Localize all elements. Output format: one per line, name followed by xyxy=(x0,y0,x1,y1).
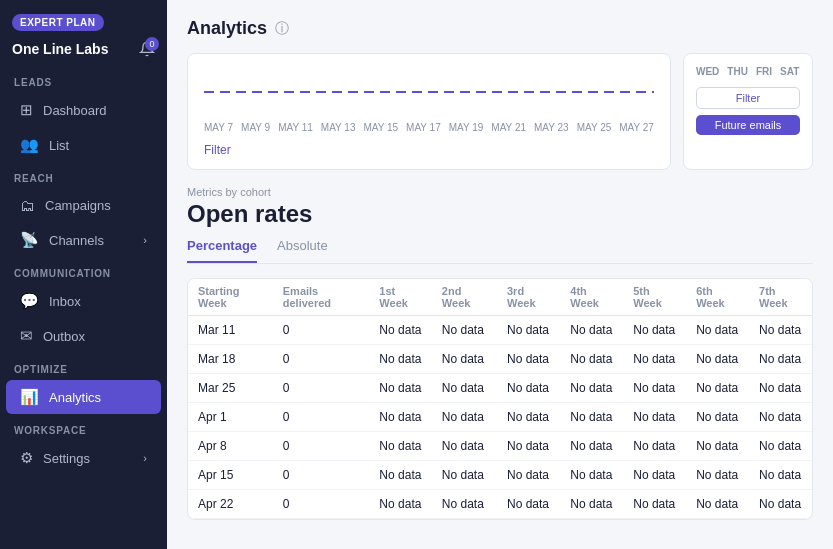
cell-week: Mar 11 xyxy=(188,316,273,345)
sidebar-item-campaigns[interactable]: 🗂 Campaigns xyxy=(6,189,161,222)
cell-delivered: 0 xyxy=(273,374,370,403)
sidebar-item-label: List xyxy=(49,138,69,153)
sidebar-item-analytics[interactable]: 📊 Analytics xyxy=(6,380,161,414)
dashboard-icon: ⊞ xyxy=(20,101,33,119)
cell-no-data: No data xyxy=(560,432,623,461)
open-rates-title: Open rates xyxy=(187,200,813,228)
cell-no-data: No data xyxy=(686,432,749,461)
top-content-area: MAY 7 MAY 9 MAY 11 MAY 13 MAY 15 MAY 17 … xyxy=(187,53,813,170)
sidebar-item-inbox[interactable]: 💬 Inbox xyxy=(6,284,161,318)
cell-no-data: No data xyxy=(623,461,686,490)
cell-week: Apr 15 xyxy=(188,461,273,490)
cell-no-data: No data xyxy=(749,374,812,403)
day-label: SAT xyxy=(780,66,799,77)
chart-date: MAY 9 xyxy=(241,122,270,133)
inbox-icon: 💬 xyxy=(20,292,39,310)
cell-no-data: No data xyxy=(497,316,560,345)
col-7th-week: 7th Week xyxy=(749,279,812,316)
page-title-row: Analytics ⓘ xyxy=(187,18,813,39)
cell-week: Mar 25 xyxy=(188,374,273,403)
chart-date: MAY 25 xyxy=(577,122,612,133)
cell-no-data: No data xyxy=(369,432,431,461)
right-panel-buttons: Filter Future emails xyxy=(696,87,800,135)
cell-no-data: No data xyxy=(497,403,560,432)
cell-no-data: No data xyxy=(369,316,431,345)
cell-no-data: No data xyxy=(497,461,560,490)
day-label: FRI xyxy=(756,66,772,77)
campaigns-icon: 🗂 xyxy=(20,197,35,214)
sidebar-item-settings[interactable]: ⚙ Settings › xyxy=(6,441,161,475)
section-label-reach: REACH xyxy=(0,163,167,188)
notification-bell[interactable]: 0 xyxy=(139,41,155,57)
table-row: Mar 110No dataNo dataNo dataNo dataNo da… xyxy=(188,316,812,345)
sidebar-item-label: Inbox xyxy=(49,294,81,309)
cell-no-data: No data xyxy=(623,374,686,403)
chart-line-area xyxy=(204,72,654,112)
expert-plan-badge: EXPERT PLAN xyxy=(12,14,104,31)
cell-no-data: No data xyxy=(623,403,686,432)
chart-dashed-line xyxy=(204,91,654,93)
col-4th-week: 4th Week xyxy=(560,279,623,316)
cell-week: Apr 8 xyxy=(188,432,273,461)
sidebar-item-label: Campaigns xyxy=(45,198,111,213)
col-2nd-week: 2nd Week xyxy=(432,279,497,316)
outbox-icon: ✉ xyxy=(20,327,33,345)
cell-no-data: No data xyxy=(749,316,812,345)
cell-no-data: No data xyxy=(623,316,686,345)
section-label-leads: LEADS xyxy=(0,67,167,92)
section-label-optimize: OPTIMIZE xyxy=(0,354,167,379)
list-icon: 👥 xyxy=(20,136,39,154)
cell-no-data: No data xyxy=(749,432,812,461)
cell-no-data: No data xyxy=(749,461,812,490)
metrics-by-cohort-label: Metrics by cohort xyxy=(187,186,813,198)
day-label: THU xyxy=(727,66,748,77)
future-emails-button[interactable]: Future emails xyxy=(696,115,800,135)
chart-date: MAY 15 xyxy=(363,122,398,133)
tab-percentage[interactable]: Percentage xyxy=(187,238,257,263)
cell-week: Apr 1 xyxy=(188,403,273,432)
info-icon[interactable]: ⓘ xyxy=(275,20,289,38)
cell-no-data: No data xyxy=(432,432,497,461)
metrics-section: Metrics by cohort Open rates Percentage … xyxy=(187,186,813,520)
cell-week: Mar 18 xyxy=(188,345,273,374)
main-content: Analytics ⓘ MAY 7 MAY 9 MAY 11 MAY 13 MA… xyxy=(167,0,833,549)
right-panel-filter-button[interactable]: Filter xyxy=(696,87,800,109)
cell-no-data: No data xyxy=(623,432,686,461)
chart-date: MAY 7 xyxy=(204,122,233,133)
cell-no-data: No data xyxy=(432,374,497,403)
cell-week: Apr 22 xyxy=(188,490,273,519)
table-row: Mar 180No dataNo dataNo dataNo dataNo da… xyxy=(188,345,812,374)
col-1st-week: 1st Week xyxy=(369,279,431,316)
sidebar-section-optimize: OPTIMIZE 📊 Analytics xyxy=(0,354,167,415)
cell-no-data: No data xyxy=(432,316,497,345)
chart-main: MAY 7 MAY 9 MAY 11 MAY 13 MAY 15 MAY 17 … xyxy=(187,53,671,170)
cell-no-data: No data xyxy=(369,374,431,403)
chart-date: MAY 13 xyxy=(321,122,356,133)
sidebar-item-label: Channels xyxy=(49,233,104,248)
chart-date: MAY 17 xyxy=(406,122,441,133)
col-starting-week: Starting Week xyxy=(188,279,273,316)
sidebar-item-channels[interactable]: 📡 Channels › xyxy=(6,223,161,257)
cell-no-data: No data xyxy=(497,432,560,461)
cell-no-data: No data xyxy=(749,403,812,432)
sidebar-item-list[interactable]: 👥 List xyxy=(6,128,161,162)
chart-filter-button[interactable]: Filter xyxy=(204,143,654,157)
settings-icon: ⚙ xyxy=(20,449,33,467)
cell-no-data: No data xyxy=(369,403,431,432)
cell-no-data: No data xyxy=(749,345,812,374)
sidebar-item-dashboard[interactable]: ⊞ Dashboard xyxy=(6,93,161,127)
cell-delivered: 0 xyxy=(273,490,370,519)
cell-no-data: No data xyxy=(497,374,560,403)
sidebar-item-outbox[interactable]: ✉ Outbox xyxy=(6,319,161,353)
metrics-tabs: Percentage Absolute xyxy=(187,238,813,264)
chart-date: MAY 11 xyxy=(278,122,313,133)
chart-date: MAY 23 xyxy=(534,122,569,133)
sidebar-item-label: Dashboard xyxy=(43,103,107,118)
cell-delivered: 0 xyxy=(273,345,370,374)
cell-no-data: No data xyxy=(749,490,812,519)
open-rates-table: Starting Week Emails delivered 1st Week … xyxy=(188,279,812,519)
tab-absolute[interactable]: Absolute xyxy=(277,238,328,263)
col-5th-week: 5th Week xyxy=(623,279,686,316)
cell-no-data: No data xyxy=(623,490,686,519)
cell-no-data: No data xyxy=(686,316,749,345)
